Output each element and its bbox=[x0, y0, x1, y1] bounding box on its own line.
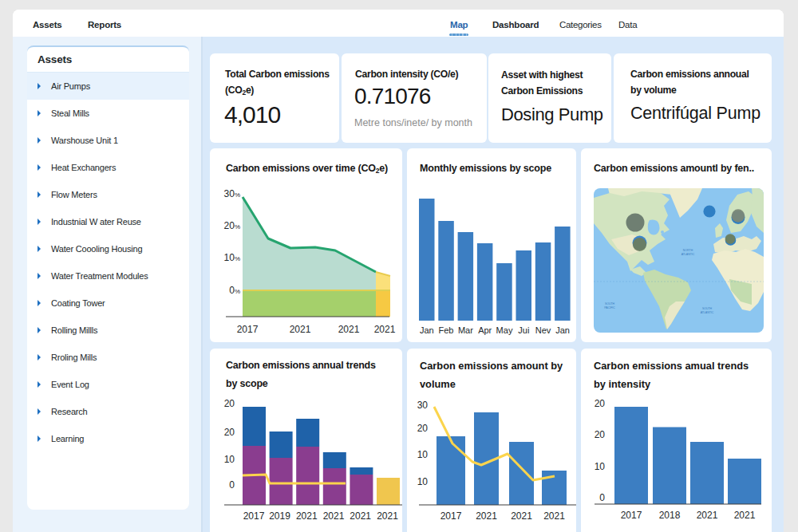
svg-text:2017: 2017 bbox=[440, 510, 462, 522]
svg-text:10: 10 bbox=[595, 461, 606, 472]
svg-text:0: 0 bbox=[599, 492, 605, 503]
svg-text:0%: 0% bbox=[229, 285, 240, 296]
svg-text:20%: 20% bbox=[224, 220, 240, 231]
svg-text:Jan: Jan bbox=[555, 325, 570, 335]
svg-text:2019: 2019 bbox=[269, 510, 290, 522]
svg-text:PACIFIC: PACIFIC bbox=[604, 306, 615, 309]
svg-text:2021: 2021 bbox=[377, 510, 398, 522]
svg-text:2017: 2017 bbox=[243, 510, 265, 522]
svg-text:Feb: Feb bbox=[439, 325, 454, 335]
svg-text:30: 30 bbox=[417, 400, 429, 411]
svg-text:20: 20 bbox=[224, 427, 235, 438]
svg-text:2021: 2021 bbox=[697, 510, 718, 521]
svg-text:10: 10 bbox=[417, 449, 429, 460]
svg-text:2017: 2017 bbox=[621, 510, 642, 521]
svg-text:SOUTH: SOUTH bbox=[702, 307, 713, 310]
svg-text:20: 20 bbox=[595, 398, 606, 409]
svg-text:NORTH: NORTH bbox=[683, 249, 693, 252]
svg-text:Nev: Nev bbox=[535, 325, 551, 335]
svg-text:Jan: Jan bbox=[420, 325, 434, 335]
svg-text:10%: 10% bbox=[224, 252, 240, 263]
svg-text:30%: 30% bbox=[224, 188, 240, 199]
svg-text:Apr: Apr bbox=[478, 325, 492, 335]
svg-text:2021: 2021 bbox=[290, 324, 311, 335]
svg-text:2021: 2021 bbox=[296, 510, 318, 522]
svg-text:Jui: Jui bbox=[518, 325, 529, 335]
svg-text:ATLANTIC: ATLANTIC bbox=[701, 311, 714, 314]
svg-text:20: 20 bbox=[224, 398, 235, 409]
svg-text:2021: 2021 bbox=[476, 510, 497, 522]
svg-text:May: May bbox=[496, 325, 513, 335]
svg-text:10: 10 bbox=[224, 454, 235, 465]
svg-text:2021: 2021 bbox=[374, 324, 396, 335]
svg-text:20: 20 bbox=[417, 423, 429, 434]
svg-text:2018: 2018 bbox=[659, 510, 681, 521]
svg-text:2021: 2021 bbox=[338, 324, 360, 335]
svg-text:SOUTH: SOUTH bbox=[605, 302, 615, 305]
svg-text:0: 0 bbox=[229, 479, 235, 491]
svg-text:2017: 2017 bbox=[237, 324, 259, 335]
svg-text:2021: 2021 bbox=[511, 510, 532, 522]
svg-text:2021: 2021 bbox=[350, 510, 371, 522]
svg-text:ATLANTIC: ATLANTIC bbox=[681, 253, 695, 256]
svg-text:20: 20 bbox=[595, 429, 606, 440]
svg-text:2021: 2021 bbox=[323, 510, 345, 522]
svg-text:2021: 2021 bbox=[543, 510, 565, 522]
svg-text:10: 10 bbox=[417, 476, 429, 487]
svg-text:Mar: Mar bbox=[458, 325, 473, 335]
svg-text:2021: 2021 bbox=[734, 510, 756, 521]
